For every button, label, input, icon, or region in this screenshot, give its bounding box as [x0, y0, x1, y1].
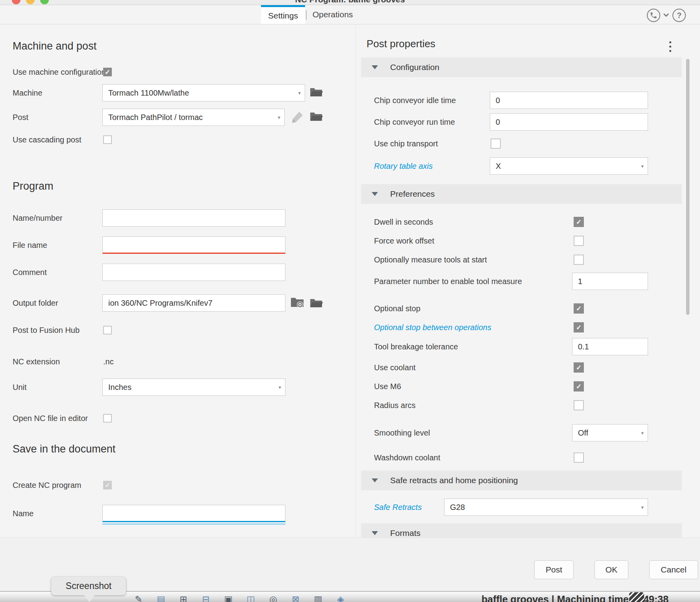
configuration-section-title: Configuration: [390, 63, 439, 72]
scrollbar-thumb[interactable]: [686, 59, 689, 315]
machine-folder-icon[interactable]: [309, 86, 323, 97]
parameter-number-label: Parameter number to enable tool measure: [374, 277, 522, 286]
save-in-document-heading: Save in the document: [13, 443, 115, 455]
phone-support-button[interactable]: [647, 9, 660, 22]
section-preferences[interactable]: Preferences: [361, 184, 682, 204]
dock-icon[interactable]: ◫: [245, 593, 257, 602]
unit-value: Inches: [108, 383, 131, 392]
collapse-triangle-icon: [372, 65, 378, 69]
use-chip-transport-checkbox[interactable]: [491, 138, 501, 149]
safe-retracts-dropdown[interactable]: G28 ▾: [444, 499, 648, 516]
phone-icon: [650, 11, 657, 19]
safe-retracts-value: G28: [450, 503, 465, 512]
radius-arcs-checkbox[interactable]: [574, 400, 584, 410]
smoothing-level-dropdown[interactable]: Off ▾: [572, 424, 648, 441]
kebab-menu-icon: [669, 41, 671, 43]
cancel-button[interactable]: Cancel: [649, 560, 698, 579]
dock-icon[interactable]: ⊞: [178, 593, 189, 602]
chip-conveyor-run-time-input[interactable]: [490, 113, 648, 131]
browse-output-folder-icon[interactable]: [309, 297, 323, 308]
post-button[interactable]: Post: [534, 560, 574, 579]
post-to-fusion-hub-label: Post to Fusion Hub: [13, 325, 80, 335]
use-coolant-label: Use coolant: [374, 363, 416, 372]
post-properties-scrollbar[interactable]: [686, 57, 690, 537]
tab-settings-label: Settings: [268, 11, 298, 20]
section-safe-retracts[interactable]: Safe retracts and home positioning: [361, 471, 682, 490]
washdown-coolant-checkbox[interactable]: [574, 452, 584, 463]
parameter-number-input[interactable]: [572, 273, 648, 290]
open-nc-file-label: Open NC file in editor: [13, 414, 88, 423]
chip-conveyor-idle-time-label: Chip conveyor idle time: [374, 96, 456, 105]
formats-section-title: Formats: [390, 528, 420, 538]
collapse-triangle-icon: [372, 478, 378, 482]
chevron-down-icon[interactable]: [663, 13, 669, 17]
name-input[interactable]: [102, 505, 285, 522]
dock-icon[interactable]: ⊠: [290, 593, 302, 602]
post-dropdown[interactable]: Tormach PathPilot / tormac ▾: [102, 109, 285, 126]
tab-divider: [306, 10, 307, 20]
preferences-section-title: Preferences: [390, 189, 435, 199]
dock-icon[interactable]: ▣: [222, 593, 234, 602]
safe-retracts-section-title: Safe retracts and home positioning: [390, 476, 518, 485]
rotary-table-axis-value: X: [496, 162, 501, 171]
post-to-fusion-hub-checkbox[interactable]: [103, 326, 112, 334]
chip-conveyor-idle-time-input[interactable]: [490, 92, 648, 109]
comment-input[interactable]: [102, 264, 285, 281]
force-work-offset-label: Force work offset: [374, 236, 434, 246]
machine-label: Machine: [13, 88, 43, 98]
dwell-in-seconds-checkbox[interactable]: [574, 217, 584, 227]
open-nc-file-checkbox[interactable]: [103, 414, 112, 423]
optional-stop-checkbox[interactable]: [574, 303, 584, 314]
cancel-button-label: Cancel: [661, 565, 686, 574]
ok-button[interactable]: OK: [594, 560, 628, 579]
window-titlebar: NC Program: baffle grooves: [0, 0, 700, 5]
chevron-down-icon: ▾: [298, 90, 301, 96]
tab-settings[interactable]: Settings: [261, 5, 305, 24]
file-name-input[interactable]: [102, 236, 285, 254]
use-m6-checkbox[interactable]: [574, 381, 584, 391]
chevron-down-icon: ▾: [641, 504, 644, 510]
unit-dropdown[interactable]: Inches ▾: [102, 379, 285, 396]
safe-retracts-link[interactable]: Safe Retracts: [374, 502, 422, 512]
dock-icon[interactable]: ▥: [312, 593, 324, 602]
machine-dropdown[interactable]: Tormach 1100Mw/lathe ▾: [102, 84, 305, 102]
post-folder-icon[interactable]: [309, 111, 323, 122]
section-configuration[interactable]: Configuration: [361, 57, 682, 77]
post-value: Tormach PathPilot / tormac: [108, 113, 203, 122]
collapse-triangle-icon: [372, 192, 378, 196]
use-cascading-post-checkbox[interactable]: [103, 135, 112, 144]
radius-arcs-label: Radius arcs: [374, 401, 416, 410]
view-output-folder-icon[interactable]: [290, 296, 305, 309]
optionally-measure-tools-checkbox[interactable]: [574, 255, 584, 265]
create-nc-program-checkbox[interactable]: [103, 481, 112, 489]
optional-stop-between-operations-checkbox[interactable]: [574, 322, 584, 332]
help-button[interactable]: ?: [672, 9, 686, 22]
comment-label: Comment: [13, 268, 47, 277]
post-properties-heading: Post properties: [367, 38, 435, 50]
dock-icon[interactable]: ◈: [335, 593, 346, 602]
tab-operations[interactable]: Operations: [307, 5, 358, 24]
program-heading: Program: [13, 180, 54, 192]
dock-icon[interactable]: ✎: [133, 593, 144, 602]
use-m6-label: Use M6: [374, 382, 401, 391]
tool-breakage-tolerance-input[interactable]: [572, 338, 648, 355]
machine-value: Tormach 1100Mw/lathe: [108, 89, 189, 98]
optional-stop-between-operations-link[interactable]: Optional stop between operations: [374, 323, 491, 332]
edit-post-pencil-icon[interactable]: [291, 111, 304, 124]
use-chip-transport-label: Use chip transport: [374, 139, 438, 148]
machining-status-icon: [629, 592, 644, 602]
post-button-label: Post: [546, 565, 562, 574]
post-properties-menu-button[interactable]: [669, 40, 671, 53]
use-coolant-checkbox[interactable]: [574, 362, 584, 373]
dock-icon[interactable]: ⊟: [200, 593, 212, 602]
dock-icon[interactable]: ▤: [155, 593, 167, 602]
name-number-input[interactable]: [102, 209, 285, 227]
output-folder-input[interactable]: [102, 294, 285, 312]
use-machine-configuration-checkbox[interactable]: [103, 68, 112, 76]
rotary-table-axis-dropdown[interactable]: X ▾: [490, 157, 648, 175]
force-work-offset-checkbox[interactable]: [574, 236, 584, 246]
chip-conveyor-run-time-label: Chip conveyor run time: [374, 117, 455, 127]
file-name-label: File name: [13, 240, 47, 250]
dock-icon[interactable]: ◎: [267, 593, 279, 602]
rotary-table-axis-link[interactable]: Rotary table axis: [374, 161, 433, 171]
